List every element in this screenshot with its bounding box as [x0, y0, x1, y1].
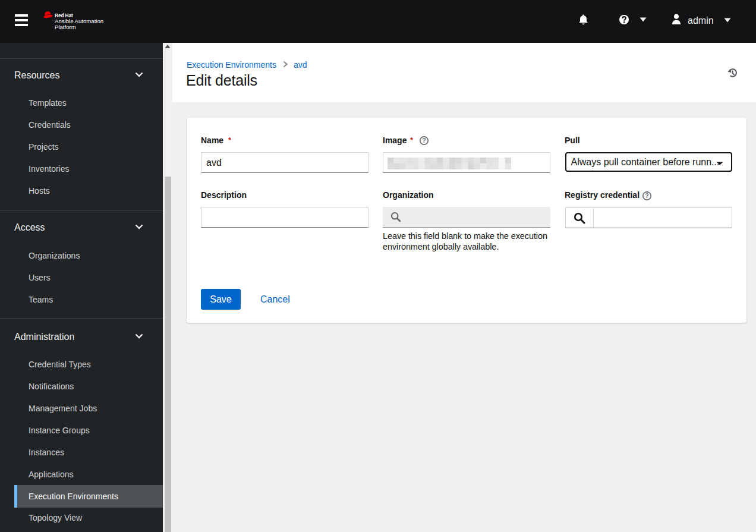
svg-text:?: ? — [422, 137, 426, 144]
svg-text:?: ? — [645, 192, 648, 199]
